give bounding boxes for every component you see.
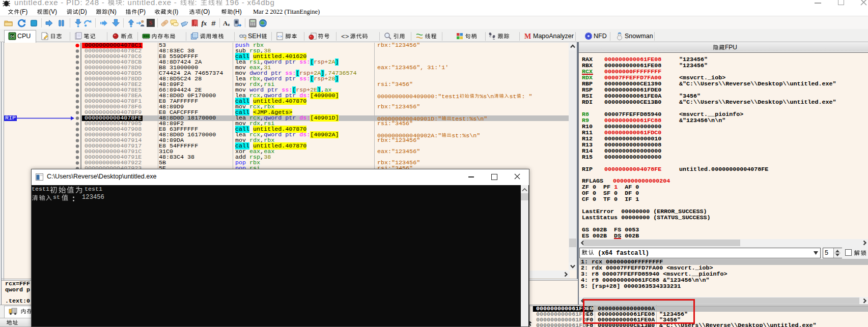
svg-text:A: A [223, 20, 228, 27]
svg-text:<>: <> [277, 34, 283, 39]
svg-text:?: ? [244, 36, 247, 40]
svg-text:<>: <> [341, 33, 349, 40]
svg-text:fx: fx [202, 20, 207, 27]
svg-text:64: 64 [10, 35, 14, 38]
svg-text:S: S [149, 20, 153, 26]
svg-text:M: M [524, 33, 531, 40]
svg-text:z: z [228, 22, 230, 27]
svg-text:#: # [211, 19, 216, 27]
